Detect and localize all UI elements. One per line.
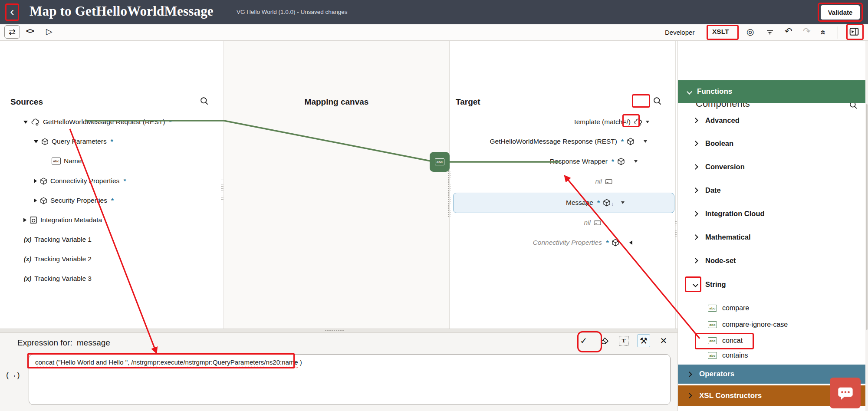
filter-icon[interactable] [766,28,774,38]
tree-row-tracking-variable-1[interactable]: (x) Tracking Variable 1 [24,233,92,246]
close-expression-icon[interactable]: ✕ [657,334,670,347]
tree-label[interactable]: Security Properties [50,197,107,204]
tree-label[interactable]: template (match=/) [574,118,631,126]
target-search-icon[interactable] [653,96,662,108]
developer-mode-label: Developer [665,29,694,36]
node-menu-icon[interactable] [621,201,625,204]
required-asterisk: * [597,199,600,207]
xslt-toggle-button[interactable]: XSLT [712,28,729,36]
validate-button[interactable]: Validate [821,5,860,20]
function-compare[interactable]: abccompare [678,302,868,314]
tree-row-name[interactable]: abc Name [52,155,82,167]
tree-row-integration-metadata[interactable]: Integration Metadata [23,214,102,226]
category-advanced[interactable]: Advanced [678,114,868,127]
caret-right-icon[interactable] [34,198,37,203]
caret-down-icon[interactable] [23,121,28,124]
expression-panel-resize-bar[interactable] [0,329,677,333]
functions-accordion-header[interactable]: Functions [678,80,868,103]
category-label: Mathematical [705,233,751,241]
node-menu-icon[interactable] [634,160,638,163]
expression-token: nstrgmpr [133,358,158,366]
function-label: concat [722,337,743,345]
rest-cloud-icon [31,118,40,126]
tree-label[interactable]: nil [584,219,591,227]
accept-expression-icon[interactable]: ✓ [577,334,590,347]
chevron-right-icon [693,234,698,240]
tree-row-connectivity-properties[interactable]: Connectivity Properties * [34,175,126,187]
swap-source-target-button[interactable]: ⇄ [4,25,20,39]
erase-expression-icon[interactable] [597,334,610,347]
collapse-all-icon[interactable]: « [819,30,829,35]
element-cube-icon [612,239,619,247]
tree-label[interactable]: GetHelloWorldMessage Request (REST) [43,118,165,126]
code-view-button[interactable]: <> [26,27,34,36]
canvas-title: Mapping canvas [224,97,449,107]
category-label: String [705,280,726,289]
tree-label[interactable]: Tracking Variable 1 [34,236,92,243]
category-integration-cloud[interactable]: Integration Cloud [678,207,868,220]
redo-icon[interactable]: ↷ [803,26,811,36]
tree-label[interactable]: Connectivity Properties [50,177,119,185]
expression-input[interactable]: concat ("Hello World and Hello ", /nstrg… [29,354,671,405]
category-date[interactable]: Date [678,184,868,197]
category-boolean[interactable]: Boolean [678,137,868,150]
tree-row-message[interactable]: Message * ↓ [566,197,625,209]
canvas-target-resize-grip[interactable] [447,170,450,217]
category-label: Boolean [705,139,733,148]
tree-label[interactable]: GetHelloWorldMessage Response (REST) [490,138,617,145]
tree-row-query-parameters[interactable]: Query Parameters * [34,135,113,148]
nil-attribute-icon [594,219,601,227]
insert-expression-icon: (→) [6,370,20,380]
category-mathematical[interactable]: Mathematical [678,230,868,243]
element-cube-icon [41,138,49,145]
collapse-left-icon[interactable] [629,240,632,245]
function-concat[interactable]: abcconcat [678,335,868,346]
function-compare-ignore-case[interactable]: abccompare-ignore-case [678,319,868,330]
tree-row-nil-2[interactable]: nil [584,217,601,229]
chat-assistant-button[interactable] [830,378,861,408]
tree-row-request[interactable]: GetHelloWorldMessage Request (REST) * [23,116,171,128]
tree-row-response-rest[interactable]: GetHelloWorldMessage Response (REST) * [490,135,647,148]
tree-label[interactable]: Name [64,157,82,165]
function-contains[interactable]: abccontains [678,350,868,361]
rest-cloud-icon [634,118,643,126]
node-menu-icon[interactable] [646,121,649,123]
caret-right-icon[interactable] [34,179,37,183]
preview-icon[interactable]: ◎ [746,26,754,37]
tree-row-template[interactable]: template (match=/) [574,116,649,128]
tree-row-target-connectivity[interactable]: Connectivity Properties * [533,237,632,249]
chevron-right-icon [693,118,698,123]
tree-row-response-wrapper[interactable]: Response Wrapper * [550,155,638,168]
tree-label[interactable]: Message [566,199,593,207]
tree-label[interactable]: Tracking Variable 3 [34,275,92,283]
tree-row-security-properties[interactable]: Security Properties * [34,194,114,207]
sources-search-icon[interactable] [200,96,209,108]
tree-label[interactable]: Query Parameters [52,138,107,145]
tree-row-tracking-variable-2[interactable]: (x) Tracking Variable 2 [24,253,92,265]
tree-label[interactable]: Integration Metadata [40,216,102,224]
node-menu-icon[interactable] [644,140,647,143]
undo-icon[interactable]: ↶ [785,26,792,36]
expression-token: ns20:name [266,358,298,366]
test-run-button[interactable]: ▷ [46,26,53,36]
tree-label[interactable]: Tracking Variable 2 [34,255,92,263]
category-conversion[interactable]: Conversion [678,160,868,173]
tree-row-nil-1[interactable]: nil [595,175,612,187]
text-select-icon[interactable]: T [617,334,630,347]
developer-tools-icon[interactable]: ⚒ [637,334,650,347]
caret-down-icon[interactable] [34,140,38,143]
toggle-components-panel-icon[interactable] [849,27,859,38]
category-node-set[interactable]: Node-set [678,254,868,267]
tree-label[interactable]: Connectivity Properties [533,239,602,247]
expression-token: nstrgmpr:QueryParameters [185,358,264,366]
sources-canvas-resize-grip[interactable] [221,179,224,201]
category-string[interactable]: String [678,278,868,291]
tree-label[interactable]: Response Wrapper [550,158,608,165]
tree-row-tracking-variable-3[interactable]: (x) Tracking Variable 3 [24,273,92,285]
components-scrollbar-thumb[interactable] [866,104,868,330]
variable-icon: (x) [24,275,31,282]
caret-right-icon[interactable] [23,218,26,222]
back-button[interactable]: ‹ [6,5,18,19]
tree-label[interactable]: nil [595,178,602,185]
concat-function-badge[interactable]: abc [430,152,450,172]
